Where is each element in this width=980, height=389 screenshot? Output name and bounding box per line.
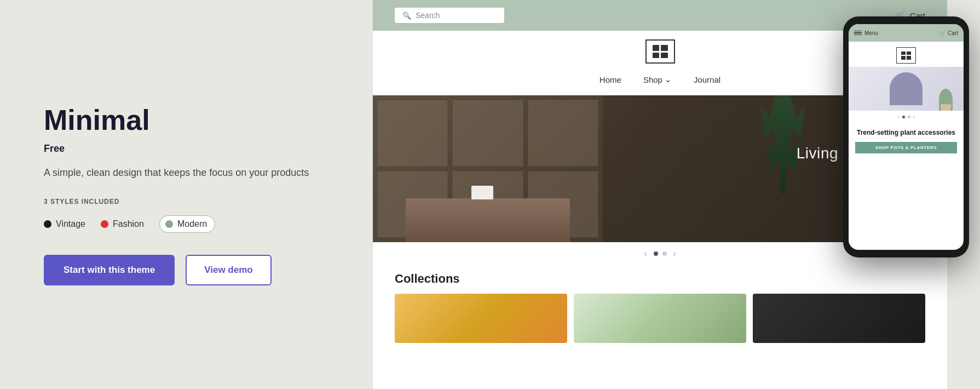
hero-cup bbox=[471, 186, 493, 199]
mobile-logo bbox=[896, 47, 916, 64]
mobile-logo-grid bbox=[901, 52, 911, 60]
logo-cell bbox=[661, 45, 668, 51]
theme-price: Free bbox=[44, 143, 328, 155]
mobile-text-area: Trend-setting plant accessories SHOP POT… bbox=[849, 123, 964, 159]
logo-cell bbox=[653, 53, 660, 59]
carousel-prev[interactable]: ‹ bbox=[642, 249, 649, 259]
right-panel: 🔍 Search 🛒 Cart Home Shop bbox=[372, 0, 980, 389]
desktop-nav: Home Shop ⌄ Journal bbox=[599, 70, 720, 91]
vintage-dot bbox=[44, 220, 51, 228]
logo-grid bbox=[653, 45, 668, 58]
chevron-down-icon: ⌄ bbox=[665, 75, 672, 84]
window-pane bbox=[377, 100, 448, 167]
mobile-logo-cell bbox=[901, 52, 906, 55]
mobile-preview: Menu 🛒 Cart bbox=[843, 16, 969, 258]
carousel-dot-2[interactable] bbox=[662, 251, 667, 256]
collections-area: Collections bbox=[373, 263, 947, 343]
mobile-topbar: Menu 🛒 Cart bbox=[849, 24, 964, 42]
menu-line bbox=[854, 31, 862, 32]
search-placeholder-text: Search bbox=[416, 11, 440, 20]
mobile-logo-cell bbox=[907, 56, 911, 60]
collection-card-plants[interactable] bbox=[574, 294, 746, 343]
view-demo-button[interactable]: View demo bbox=[186, 255, 272, 285]
shop-label: Shop bbox=[643, 75, 662, 84]
mobile-menu-label: Menu bbox=[864, 30, 878, 36]
mobile-menu-area[interactable]: Menu bbox=[854, 30, 878, 36]
nav-shop[interactable]: Shop ⌄ bbox=[643, 75, 672, 84]
style-modern[interactable]: Modern bbox=[159, 215, 215, 233]
mobile-carousel-prev[interactable]: ‹ bbox=[897, 114, 899, 120]
left-panel: Minimal Free A simple, clean design that… bbox=[0, 0, 372, 389]
style-vintage[interactable]: Vintage bbox=[44, 219, 85, 229]
style-fashion[interactable]: Fashion bbox=[101, 219, 144, 229]
collections-grid bbox=[395, 294, 925, 343]
modern-dot bbox=[165, 220, 173, 228]
desktop-search-box[interactable]: 🔍 Search bbox=[395, 8, 504, 23]
collection-card-bird[interactable] bbox=[753, 294, 925, 343]
nav-home[interactable]: Home bbox=[599, 75, 621, 84]
hamburger-icon bbox=[854, 31, 862, 36]
mobile-cart-icon: 🛒 bbox=[939, 30, 946, 36]
mobile-logo-cell bbox=[901, 56, 906, 60]
mobile-cart-area[interactable]: 🛒 Cart bbox=[939, 30, 958, 36]
logo-cell bbox=[661, 53, 668, 59]
mobile-hero-image bbox=[849, 67, 964, 111]
logo-cell bbox=[653, 45, 660, 51]
plant-pot bbox=[941, 104, 951, 111]
theme-description: A simple, clean design that keeps the fo… bbox=[44, 165, 328, 180]
menu-line bbox=[854, 35, 862, 36]
mobile-dot-2[interactable] bbox=[908, 116, 910, 118]
hero-table bbox=[406, 198, 570, 242]
mobile-heading: Trend-setting plant accessories bbox=[855, 129, 957, 138]
mobile-cart-label: Cart bbox=[948, 30, 958, 36]
window-pane bbox=[452, 100, 523, 167]
desktop-logo[interactable] bbox=[645, 39, 675, 64]
mobile-carousel-dots: ‹ › bbox=[849, 111, 964, 123]
mobile-shop-button[interactable]: SHOP POTS & PLANTERS bbox=[855, 142, 957, 153]
theme-title: Minimal bbox=[44, 104, 328, 136]
styles-label: 3 STYLES INCLUDED bbox=[44, 198, 328, 205]
mobile-screen: Menu 🛒 Cart bbox=[849, 24, 964, 250]
start-theme-button[interactable]: Start with this theme bbox=[44, 255, 175, 285]
vintage-label: Vintage bbox=[56, 219, 85, 229]
carousel-dot-1[interactable] bbox=[654, 251, 658, 256]
window-pane bbox=[528, 100, 598, 167]
mobile-dot-1[interactable] bbox=[902, 116, 905, 118]
chair-silhouette bbox=[890, 72, 923, 105]
mobile-logo-cell bbox=[907, 52, 911, 55]
search-icon: 🔍 bbox=[402, 12, 411, 20]
modern-label: Modern bbox=[177, 219, 207, 229]
nav-journal[interactable]: Journal bbox=[694, 75, 720, 84]
collection-card-pineapple[interactable] bbox=[395, 294, 567, 343]
action-buttons: Start with this theme View demo bbox=[44, 255, 328, 285]
mobile-logo-area[interactable] bbox=[849, 42, 964, 67]
collections-title: Collections bbox=[395, 272, 925, 286]
carousel-next[interactable]: › bbox=[671, 249, 678, 259]
fashion-label: Fashion bbox=[113, 219, 144, 229]
mobile-carousel-next[interactable]: › bbox=[913, 114, 915, 120]
fashion-dot bbox=[101, 220, 108, 228]
menu-line bbox=[854, 32, 862, 33]
styles-list: Vintage Fashion Modern bbox=[44, 215, 328, 233]
